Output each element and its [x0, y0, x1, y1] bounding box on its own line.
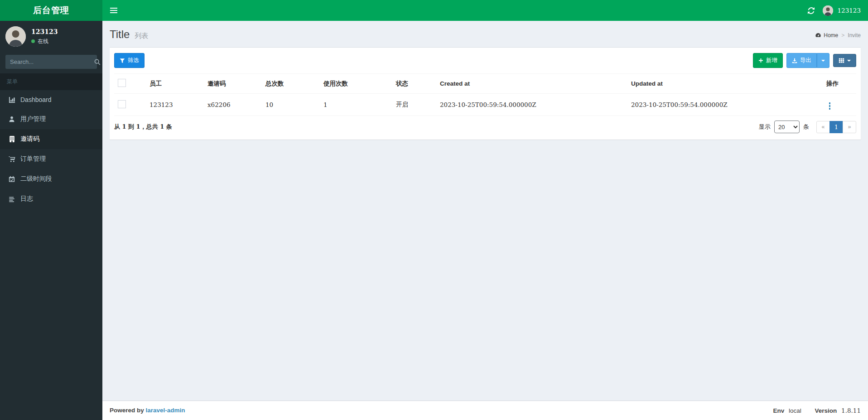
calendar-check-icon: [8, 176, 15, 182]
avatar: [823, 5, 833, 16]
grid-icon: [839, 58, 844, 63]
per-page-label: 显示: [759, 123, 771, 131]
powered-by-label: Powered by: [110, 407, 144, 414]
sidebar-item-invite[interactable]: 邀请码: [0, 129, 102, 149]
navbar-user-menu[interactable]: 123123: [823, 5, 861, 16]
column-header-employee: 员工: [146, 74, 204, 94]
top-navbar: 123123: [102, 0, 868, 21]
table-row: 123123 x62206 10 1 开启 2023-10-25T00:59:5…: [114, 94, 856, 116]
sidebar: 后台管理 123123 在线 菜单 Dashboard: [0, 0, 102, 420]
column-header-total: 总次数: [262, 74, 320, 94]
select-all-checkbox[interactable]: [118, 79, 126, 87]
table-header-row: 员工 邀请码 总次数 使用次数 状态 Created at Updated at…: [114, 74, 856, 94]
page-1-button[interactable]: 1: [829, 121, 843, 133]
chevron-down-icon: [821, 60, 825, 62]
sidebar-section-label: 菜单: [0, 73, 102, 90]
pagination-zone: 显示 20 条 « 1 »: [759, 121, 856, 133]
env-value: local: [789, 407, 801, 414]
cart-icon: [8, 156, 15, 163]
export-dropdown-caret[interactable]: [817, 53, 829, 68]
breadcrumb-home-link[interactable]: Home: [815, 32, 838, 39]
search-input[interactable]: [5, 55, 94, 69]
prev-page-button[interactable]: «: [816, 121, 830, 133]
avatar: [5, 26, 26, 47]
grid-toolbar: 筛选 新增 导出: [110, 48, 861, 73]
cell-code: x62206: [204, 94, 262, 116]
column-header-actions: 操作: [823, 74, 856, 94]
column-header-updated: Updated at: [627, 74, 823, 94]
breadcrumb-separator: >: [841, 32, 844, 39]
main-content: Title 列表 Home > Invite: [102, 0, 868, 401]
grid-box: 筛选 新增 导出: [110, 47, 861, 140]
add-button[interactable]: 新增: [753, 53, 783, 68]
cell-used: 1: [320, 94, 392, 116]
filter-button[interactable]: 筛选: [114, 53, 145, 68]
refresh-icon[interactable]: [808, 7, 815, 14]
sidebar-menu: Dashboard 用户管理 邀请码 订单管理 二级时间段: [0, 90, 102, 209]
column-selector-button[interactable]: [833, 54, 856, 67]
row-actions-icon[interactable]: [826, 101, 833, 111]
column-header-created: Created at: [436, 74, 627, 94]
breadcrumb: Home > Invite: [815, 32, 861, 39]
main-footer: Powered by laravel-admin Env local Versi…: [102, 401, 868, 420]
per-page-select[interactable]: 20: [774, 121, 800, 133]
sidebar-item-users[interactable]: 用户管理: [0, 109, 102, 129]
user-icon: [8, 116, 15, 122]
toolbar-right: 新增 导出: [753, 53, 856, 68]
next-page-button[interactable]: »: [843, 121, 856, 133]
sidebar-user-panel: 123123 在线: [0, 21, 102, 52]
sidebar-user-status[interactable]: 在线: [31, 38, 58, 45]
sidebar-toggle-icon[interactable]: [102, 0, 125, 21]
table-container: 员工 邀请码 总次数 使用次数 状态 Created at Updated at…: [110, 73, 861, 116]
sidebar-item-timeslots[interactable]: 二级时间段: [0, 169, 102, 189]
invite-table: 员工 邀请码 总次数 使用次数 状态 Created at Updated at…: [114, 73, 856, 116]
funnel-icon: [120, 58, 125, 63]
breadcrumb-current: Invite: [848, 32, 861, 39]
sidebar-search: [5, 55, 97, 69]
version-label: Version: [815, 407, 837, 414]
per-page-unit-label: 条: [803, 123, 809, 131]
sidebar-item-orders[interactable]: 订单管理: [0, 149, 102, 169]
pagination: « 1 »: [816, 121, 856, 133]
plus-icon: [758, 58, 763, 63]
column-header-code: 邀请码: [204, 74, 262, 94]
brand-logo[interactable]: 后台管理: [0, 0, 102, 21]
page-subtitle: 列表: [135, 32, 148, 39]
column-header-used: 使用次数: [320, 74, 392, 94]
cell-total: 10: [262, 94, 320, 116]
cell-employee: 123123: [146, 94, 204, 116]
row-checkbox[interactable]: [118, 100, 126, 108]
content-header: Title 列表 Home > Invite: [102, 21, 868, 41]
column-header-status: 状态: [392, 74, 436, 94]
search-icon[interactable]: [94, 55, 101, 69]
export-button-group: 导出: [786, 53, 829, 68]
env-label: Env: [773, 407, 784, 414]
bar-chart-icon: [8, 97, 15, 103]
navbar-username: 123123: [837, 7, 861, 14]
chevron-down-icon: [847, 60, 851, 62]
sidebar-item-logs[interactable]: 日志: [0, 189, 102, 209]
building-icon: [8, 136, 15, 142]
sidebar-item-dashboard[interactable]: Dashboard: [0, 90, 102, 109]
log-lines-icon: [8, 196, 15, 202]
export-button[interactable]: 导出: [786, 53, 817, 68]
page-title: Title: [110, 28, 130, 40]
laravel-admin-link[interactable]: laravel-admin: [146, 407, 185, 414]
download-icon: [792, 58, 797, 63]
cell-updated-at: 2023-10-25T00:59:54.000000Z: [627, 94, 823, 116]
sidebar-username: 123123: [31, 28, 58, 35]
version-value: 1.8.11: [841, 407, 861, 414]
online-dot-icon: [31, 39, 35, 43]
content-wrapper: Title 列表 Home > Invite: [102, 0, 868, 420]
cell-status: 开启: [392, 94, 436, 116]
cell-created-at: 2023-10-25T00:59:54.000000Z: [436, 94, 627, 116]
dashboard-gauge-icon: [815, 32, 821, 38]
rows-summary: 从 1 到 1，总共 1 条: [114, 123, 172, 131]
grid-footer: 从 1 到 1，总共 1 条 显示 20 条 « 1 »: [110, 116, 861, 140]
